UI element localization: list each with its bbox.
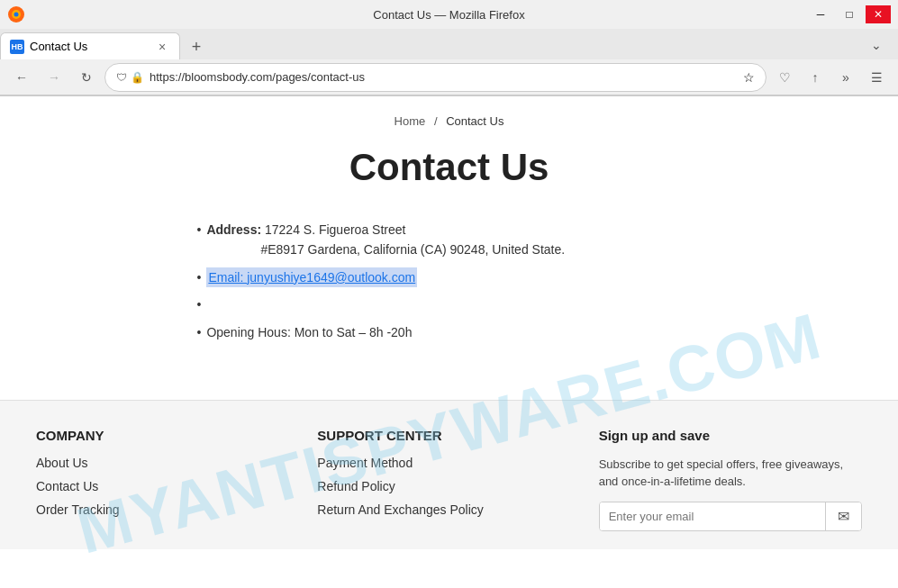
svg-point-2 bbox=[14, 13, 19, 17]
hours-item: Opening Hous: Mon to Sat – 8h -20h bbox=[197, 319, 720, 346]
bookmark-icon[interactable]: ☆ bbox=[743, 70, 755, 85]
email-signup-input[interactable] bbox=[600, 502, 825, 530]
footer-return-exchanges-link[interactable]: Return And Exchanges Policy bbox=[317, 502, 580, 517]
active-tab[interactable]: HB Contact Us × bbox=[0, 32, 180, 59]
url-input[interactable] bbox=[150, 70, 738, 84]
window-controls: ─ □ ✕ bbox=[808, 5, 891, 23]
footer-company-section: COMPANY About Us Contact Us Order Tracki… bbox=[36, 428, 299, 531]
save-page-button[interactable]: ♡ bbox=[770, 63, 799, 92]
footer-payment-method-link[interactable]: Payment Method bbox=[317, 456, 580, 470]
tabs-right: ⌄ bbox=[862, 31, 891, 59]
empty-text bbox=[206, 294, 210, 314]
breadcrumb: Home / Contact Us bbox=[36, 114, 862, 128]
tab-favicon: HB bbox=[10, 40, 24, 54]
footer-signup-title: Sign up and save bbox=[599, 428, 862, 443]
footer-support-section: SUPPORT CENTER Payment Method Refund Pol… bbox=[317, 428, 580, 531]
breadcrumb-current: Contact Us bbox=[446, 114, 503, 128]
empty-item bbox=[197, 291, 720, 318]
list-all-tabs-button[interactable]: ⌄ bbox=[862, 31, 891, 59]
footer-about-us-link[interactable]: About Us bbox=[36, 456, 299, 470]
page-content: MYANTISPYWARE.COM Home / Contact Us Cont… bbox=[0, 96, 898, 588]
new-tab-button[interactable]: + bbox=[184, 34, 209, 59]
share-button[interactable]: ↑ bbox=[801, 63, 830, 92]
signup-description: Subscribe to get special offers, free gi… bbox=[599, 456, 862, 491]
footer-grid: COMPANY About Us Contact Us Order Tracki… bbox=[36, 428, 862, 531]
hours-text: Opening Hous: Mon to Sat – 8h -20h bbox=[206, 322, 412, 342]
address-bar[interactable]: 🛡 🔒 ☆ bbox=[104, 63, 766, 92]
title-bar: Contact Us — Mozilla Firefox ─ □ ✕ bbox=[0, 0, 898, 29]
address-line2: #E8917 Gardena, California (CA) 90248, U… bbox=[206, 242, 565, 257]
address-bar-icons: 🛡 🔒 bbox=[116, 71, 144, 84]
footer-signup-section: Sign up and save Subscribe to get specia… bbox=[599, 428, 862, 531]
footer: COMPANY About Us Contact Us Order Tracki… bbox=[0, 400, 898, 549]
firefox-logo-icon bbox=[7, 5, 25, 23]
footer-refund-policy-link[interactable]: Refund Policy bbox=[317, 479, 580, 493]
address-line1: 17224 S. Figueroa Street bbox=[265, 222, 405, 237]
footer-support-title: SUPPORT CENTER bbox=[317, 428, 580, 443]
address-item: Address: 17224 S. Figueroa Street #E8917… bbox=[197, 216, 720, 264]
tab-title: Contact Us bbox=[30, 40, 154, 53]
address-label: Address: bbox=[206, 222, 261, 237]
window-title: Contact Us — Mozilla Firefox bbox=[373, 8, 524, 22]
tabs-bar: HB Contact Us × + ⌄ bbox=[0, 29, 898, 59]
email-signup-form: ✉ bbox=[599, 502, 862, 531]
main-area: Home / Contact Us Contact Us Address: 17… bbox=[0, 96, 898, 400]
nav-right-icons: ♡ ↑ » ☰ bbox=[770, 63, 891, 92]
footer-company-title: COMPANY bbox=[36, 428, 299, 443]
close-button[interactable]: ✕ bbox=[866, 5, 891, 23]
nav-bar: ← → ↻ 🛡 🔒 ☆ ♡ ↑ » ☰ bbox=[0, 59, 898, 95]
breadcrumb-separator: / bbox=[434, 114, 438, 128]
menu-button[interactable]: ☰ bbox=[862, 63, 891, 92]
page-title: Contact Us bbox=[36, 146, 862, 189]
maximize-button[interactable]: □ bbox=[837, 5, 862, 23]
shield-icon: 🛡 bbox=[116, 71, 127, 84]
email-item: Email: junyushiye1649@outlook.com bbox=[197, 264, 720, 291]
reload-button[interactable]: ↻ bbox=[72, 63, 101, 92]
extend-button[interactable]: » bbox=[831, 63, 860, 92]
contact-list: Address: 17224 S. Figueroa Street #E8917… bbox=[197, 216, 720, 346]
lock-icon: 🔒 bbox=[131, 71, 144, 84]
tab-close-button[interactable]: × bbox=[154, 39, 170, 55]
minimize-button[interactable]: ─ bbox=[808, 5, 833, 23]
address-content: Address: 17224 S. Figueroa Street #E8917… bbox=[206, 220, 565, 260]
browser-chrome: Contact Us — Mozilla Firefox ─ □ ✕ HB Co… bbox=[0, 0, 898, 96]
email-link[interactable]: Email: junyushiye1649@outlook.com bbox=[206, 267, 417, 287]
email-signup-button[interactable]: ✉ bbox=[825, 502, 861, 530]
contact-info: Address: 17224 S. Figueroa Street #E8917… bbox=[179, 216, 720, 346]
breadcrumb-home-link[interactable]: Home bbox=[395, 114, 426, 128]
email-submit-icon: ✉ bbox=[838, 508, 849, 525]
footer-contact-us-link[interactable]: Contact Us bbox=[36, 479, 299, 493]
back-button[interactable]: ← bbox=[7, 63, 36, 92]
footer-order-tracking-link[interactable]: Order Tracking bbox=[36, 502, 299, 517]
forward-button[interactable]: → bbox=[40, 63, 68, 92]
